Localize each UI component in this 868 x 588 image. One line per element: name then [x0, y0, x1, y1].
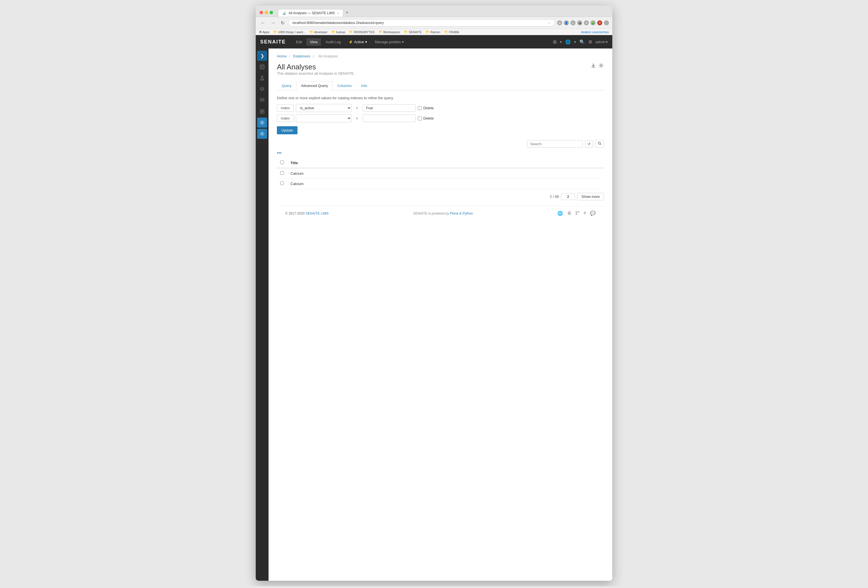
grid-icon[interactable]: ⊞ [553, 39, 557, 44]
maximize-dot[interactable] [270, 11, 273, 14]
plone-python-link[interactable]: Plone & Python [450, 211, 473, 216]
audit-log-nav-link[interactable]: Audit Log [322, 38, 344, 46]
bookmark-star-icon[interactable]: ☆ [548, 21, 551, 25]
bookmark-label: Ramon [430, 30, 440, 34]
sidebar-item-settings2[interactable] [257, 129, 267, 139]
apps-label: Apps [263, 30, 269, 34]
bookmark-workspaces[interactable]: Workspaces [379, 30, 400, 34]
tab-query[interactable]: Query [277, 81, 296, 90]
active-tab[interactable]: 🔬 All Analyses — SENAITE LIMS × [278, 9, 343, 17]
close-dot[interactable] [260, 11, 263, 14]
a-icon[interactable]: A [584, 20, 589, 25]
sidebar-item-grid[interactable] [257, 106, 267, 117]
bookmark-fraba[interactable]: FRABA [444, 30, 459, 34]
tab-info[interactable]: Info [357, 81, 372, 90]
search-button[interactable] [595, 140, 604, 148]
globe-icon[interactable]: 🌐 [565, 39, 571, 44]
breadcrumb-home[interactable]: Home [277, 54, 286, 58]
sidebar-item-settings1[interactable] [257, 118, 267, 128]
bookmark-senaite[interactable]: SENAITE [404, 30, 422, 34]
reload-button[interactable]: ↻ [279, 20, 286, 26]
value-input-1[interactable] [363, 104, 416, 112]
tab-advanced-query[interactable]: Advanced Query [296, 81, 333, 90]
address-bar[interactable]: localhost:8080/senaite/databoxes/databox… [288, 19, 555, 27]
puzzle-icon[interactable]: 🧩 [590, 20, 596, 25]
edit-nav-link[interactable]: Edit [292, 38, 305, 46]
bookmark-ramon[interactable]: Ramon [426, 30, 440, 34]
bookmark-label: 1000 things I want... [278, 30, 305, 34]
delete-checkbox-2[interactable] [418, 117, 422, 120]
browser-toolbar: ← → ↻ localhost:8080/senaite/databoxes/d… [256, 17, 612, 29]
sidebar-item-reports[interactable] [257, 62, 267, 72]
row-checkbox-2[interactable] [280, 182, 284, 185]
table-cell-title-2: Calcium [287, 179, 604, 189]
bookmark-1000things[interactable]: 1000 things I want... [273, 30, 305, 34]
tab-columns[interactable]: Columns [333, 81, 356, 90]
settings-nav-icon[interactable]: ⚙ [588, 39, 592, 44]
back-button[interactable]: ← [259, 20, 267, 26]
folder-icon [426, 30, 430, 34]
search-nav-icon[interactable]: 🔍 [579, 39, 585, 44]
download-icon[interactable] [590, 63, 596, 69]
select-all-checkbox[interactable] [280, 161, 284, 164]
view-nav-link[interactable]: View [306, 38, 321, 46]
reset-search-button[interactable]: ↺ [585, 140, 593, 148]
show-more-button[interactable]: Show more [577, 193, 604, 200]
footer-branch-icon[interactable] [575, 211, 580, 216]
search-input[interactable] [527, 140, 583, 148]
forward-button[interactable]: → [269, 20, 277, 26]
bookmark-lookup[interactable]: lookup [332, 30, 345, 34]
senaite-lims-link[interactable]: SENAITE LIMS [306, 211, 329, 216]
profile-icon[interactable]: R [597, 20, 602, 25]
advanced-query-section: Define one or more explicit values for c… [277, 96, 604, 134]
new-tab-button[interactable]: + [343, 8, 351, 17]
manage-portlets-nav-link[interactable]: Manage portlets ▾ [372, 38, 407, 46]
admin-label: admin [596, 40, 605, 44]
index-select-1[interactable]: is_active title id portal_type [296, 104, 351, 112]
settings-page-icon[interactable] [598, 63, 604, 69]
sidebar-item-layers[interactable] [257, 84, 267, 94]
svg-point-18 [576, 213, 577, 214]
row-checkbox-1[interactable] [280, 171, 284, 175]
main-content: Home / Databoxes / All Analyses All Anal… [269, 49, 612, 581]
account-icon[interactable]: 👤 [564, 20, 569, 25]
page-actions [590, 63, 604, 69]
page-input[interactable] [561, 193, 575, 200]
info-icon[interactable]: ℹ [570, 20, 576, 25]
query-row-1: Index is_active title id portal_type = [277, 104, 604, 112]
minimize-dot[interactable] [265, 11, 268, 14]
bookmark-apps[interactable]: ⊞ Apps [259, 30, 269, 34]
admin-menu[interactable]: admin ▾ [596, 40, 608, 44]
footer-globe-icon[interactable]: 🌐 [557, 211, 563, 216]
results-table: Title Calcium [277, 158, 604, 189]
sidebar-item-home[interactable]: ❯ [257, 51, 267, 61]
delete-checkbox-1[interactable] [418, 106, 422, 110]
layout: ❯ [256, 49, 612, 581]
plugin-icon[interactable]: 🔌 [577, 20, 582, 25]
page-footer: © 2017-2020 SENAITE LIMS SENAITE is powe… [277, 206, 604, 221]
index-select-2[interactable]: is_active title id [296, 114, 351, 122]
footer-monitor-icon[interactable]: 🖥 [567, 211, 571, 216]
dots-expand[interactable]: ••• [277, 151, 604, 155]
value-input-2[interactable] [363, 115, 416, 122]
index-label-2: Index [277, 115, 294, 122]
footer-icons: 🌐 🖥 # 💬 [557, 211, 596, 216]
query-rows: Index is_active title id portal_type = [277, 104, 604, 122]
tab-title: All Analyses — SENAITE LIMS [289, 11, 335, 15]
sidebar-item-lab[interactable] [257, 73, 267, 83]
menu-icon[interactable]: ⋮ [604, 20, 609, 25]
bookmark-ridingbytes[interactable]: RIDINGBYTES [349, 30, 375, 34]
footer-hash-icon[interactable]: # [584, 211, 586, 216]
update-button[interactable]: Update [277, 126, 298, 134]
tab-close-button[interactable]: × [337, 12, 339, 15]
andere-lesezeichen-link[interactable]: Andere Lesezeichen [581, 30, 609, 34]
sidebar-item-data[interactable] [257, 95, 267, 105]
folder-icon [444, 30, 448, 34]
breadcrumb-databoxes[interactable]: Databoxes [293, 54, 310, 58]
bookmark-developer[interactable]: developer [310, 30, 328, 34]
folder-icon [273, 30, 277, 34]
extensions-icon[interactable]: ⊞ [557, 20, 562, 25]
footer-chat-icon[interactable]: 💬 [590, 211, 596, 216]
svg-rect-7 [260, 109, 262, 111]
active-nav-link[interactable]: ⚡ Active ▾ [345, 38, 370, 46]
